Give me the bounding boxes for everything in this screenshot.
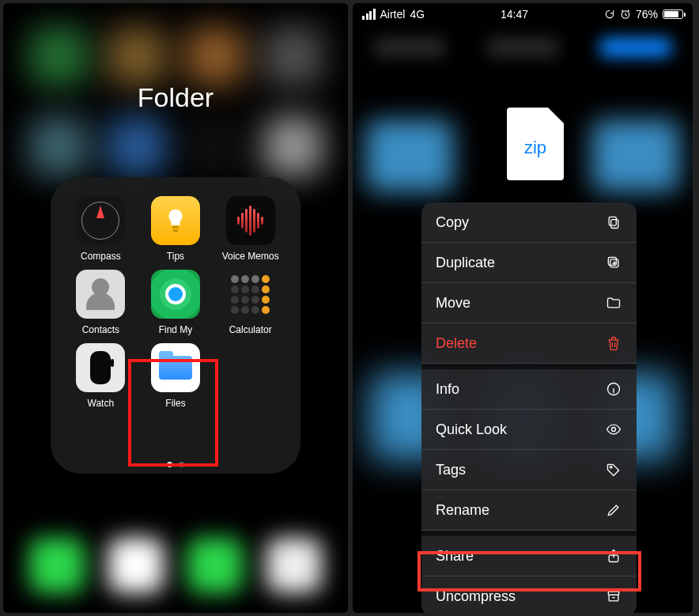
contacts-icon xyxy=(76,270,125,319)
svg-rect-1 xyxy=(172,229,178,232)
menu-label: Delete xyxy=(436,335,477,352)
watch-icon xyxy=(76,343,125,392)
archive-icon xyxy=(605,588,622,605)
app-label: Contacts xyxy=(82,324,119,335)
svg-rect-4 xyxy=(609,217,616,225)
calculator-icon xyxy=(226,270,275,319)
share-icon xyxy=(605,547,622,565)
menu-label: Quick Look xyxy=(436,421,507,438)
eye-icon xyxy=(605,421,622,438)
app-find-my[interactable]: Find My xyxy=(140,270,211,335)
app-label: Tips xyxy=(167,251,184,262)
menu-label: Move xyxy=(436,295,470,312)
duplicate-icon xyxy=(605,254,622,271)
menu-label: Duplicate xyxy=(436,255,495,271)
svg-rect-6 xyxy=(608,257,616,265)
menu-share[interactable]: Share xyxy=(421,531,637,576)
app-label: Compass xyxy=(81,251,121,262)
network-label: 4G xyxy=(410,8,425,21)
battery-label: 76% xyxy=(636,8,658,21)
menu-move[interactable]: Move xyxy=(421,283,637,323)
trash-icon xyxy=(605,334,622,352)
compass-icon xyxy=(76,196,125,245)
page-fold-icon xyxy=(548,108,564,123)
menu-delete[interactable]: Delete xyxy=(421,323,637,364)
app-contacts[interactable]: Contacts xyxy=(65,270,136,335)
app-label: Files xyxy=(165,398,185,409)
page-indicator[interactable] xyxy=(51,462,300,467)
app-label: Watch xyxy=(88,398,115,409)
tips-icon xyxy=(151,196,200,245)
signal-icon xyxy=(362,9,376,20)
context-menu: Copy Duplicate Move Delete Info Quick Lo… xyxy=(421,202,637,613)
info-icon xyxy=(605,380,622,398)
screenshot-right: Airtel 4G 14:47 76% zip Copy Duplicate M… xyxy=(353,3,693,613)
copy-icon xyxy=(605,214,622,231)
menu-label: Uncompress xyxy=(436,588,516,605)
menu-label: Info xyxy=(436,381,459,398)
voice-memos-icon xyxy=(226,196,275,245)
menu-info[interactable]: Info xyxy=(421,364,637,410)
app-label: Voice Memos xyxy=(222,251,279,262)
svg-point-9 xyxy=(610,466,612,468)
page-dot-on xyxy=(167,462,172,467)
dock-blur xyxy=(3,518,348,613)
app-voice-memos[interactable]: Voice Memos xyxy=(215,196,286,262)
files-icon xyxy=(151,343,200,392)
svg-rect-3 xyxy=(611,220,618,229)
carrier-label: Airtel xyxy=(380,8,406,21)
menu-uncompress[interactable]: Uncompress xyxy=(421,576,637,613)
tag-icon xyxy=(605,461,622,478)
app-calculator[interactable]: Calculator xyxy=(215,270,286,335)
app-label: Calculator xyxy=(229,324,272,335)
app-tips[interactable]: Tips xyxy=(140,196,211,262)
alarm-icon xyxy=(620,9,631,20)
menu-copy[interactable]: Copy xyxy=(421,202,637,243)
menu-label: Copy xyxy=(436,214,469,231)
menu-label: Share xyxy=(436,548,474,565)
zip-file-preview[interactable]: zip xyxy=(507,108,564,180)
app-compass[interactable]: Compass xyxy=(65,196,136,262)
screenshot-left: Folder Compass Tips Voice Memos xyxy=(3,3,348,613)
menu-label: Rename xyxy=(436,502,489,519)
folder-title: Folder xyxy=(3,82,348,113)
app-watch[interactable]: Watch xyxy=(65,343,136,409)
menu-label: Tags xyxy=(436,462,466,478)
app-files[interactable]: Files xyxy=(140,343,211,409)
file-ext-label: zip xyxy=(524,138,546,158)
svg-point-8 xyxy=(612,428,616,432)
menu-quick-look[interactable]: Quick Look xyxy=(421,410,637,450)
sync-icon xyxy=(604,9,615,20)
menu-duplicate[interactable]: Duplicate xyxy=(421,243,637,283)
clock-label: 14:47 xyxy=(501,8,528,21)
svg-rect-0 xyxy=(172,226,179,229)
page-dot xyxy=(179,462,184,467)
battery-icon xyxy=(663,9,683,19)
menu-rename[interactable]: Rename xyxy=(421,490,637,531)
folder-icon xyxy=(605,294,622,312)
find-my-icon xyxy=(151,270,200,319)
pencil-icon xyxy=(605,501,622,519)
app-label: Find My xyxy=(159,324,193,335)
menu-tags[interactable]: Tags xyxy=(421,450,637,490)
folder-panel[interactable]: Compass Tips Voice Memos Contacts xyxy=(51,177,300,474)
status-bar: Airtel 4G 14:47 76% xyxy=(353,3,693,25)
